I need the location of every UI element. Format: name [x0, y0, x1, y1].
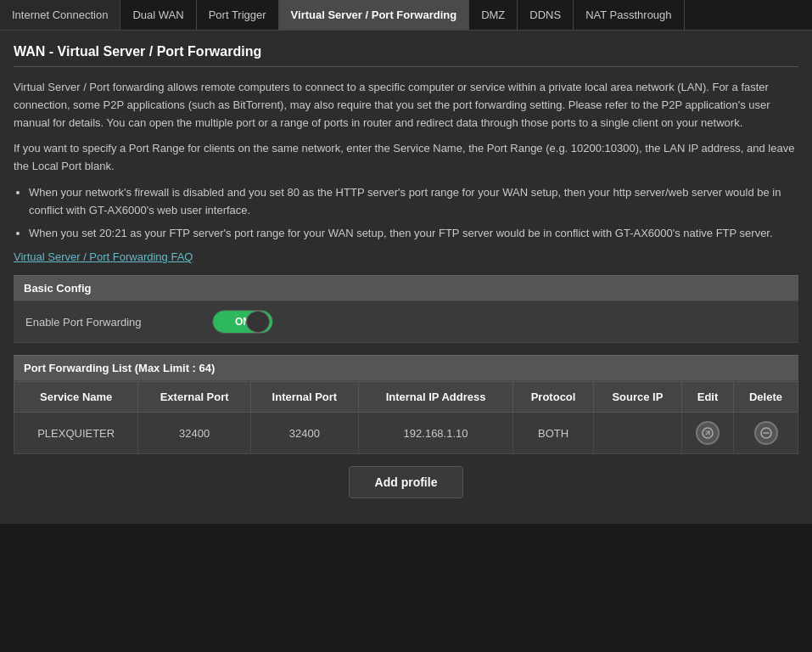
- edit-button[interactable]: [696, 421, 720, 445]
- bullet-item-1: When your network's firewall is disabled…: [29, 184, 798, 220]
- port-forwarding-table: Service Name External Port Internal Port…: [14, 381, 798, 454]
- tab-dual-wan[interactable]: Dual WAN: [120, 0, 196, 30]
- enable-port-forwarding-label: Enable Port Forwarding: [25, 316, 212, 329]
- col-service-name: Service Name: [14, 382, 138, 413]
- col-internal-port: Internal Port: [251, 382, 359, 413]
- faq-link[interactable]: Virtual Server / Port Forwarding FAQ: [14, 250, 193, 263]
- add-profile-container: Add profile: [14, 454, 798, 510]
- add-profile-button[interactable]: Add profile: [349, 466, 464, 498]
- cell-service-name: PLEXQUIETER: [14, 413, 138, 454]
- port-forwarding-list-header: Port Forwarding List (Max Limit : 64): [14, 355, 798, 381]
- col-source-ip: Source IP: [593, 382, 681, 413]
- description-text-1: Virtual Server / Port forwarding allows …: [14, 79, 798, 132]
- tab-port-trigger[interactable]: Port Trigger: [197, 0, 279, 30]
- tab-dmz[interactable]: DMZ: [469, 0, 518, 30]
- col-edit: Edit: [682, 382, 734, 413]
- main-content: WAN - Virtual Server / Port Forwarding V…: [0, 31, 812, 524]
- table-row: PLEXQUIETER 32400 32400 192.168.1.10 BOT…: [14, 413, 798, 454]
- page-title: WAN - Virtual Server / Port Forwarding: [14, 44, 798, 67]
- bullet-item-2: When you set 20:21 as your FTP server's …: [29, 225, 798, 243]
- col-external-port: External Port: [138, 382, 251, 413]
- tab-internet-connection[interactable]: Internet Connection: [0, 0, 120, 30]
- cell-internal-ip: 192.168.1.10: [358, 413, 513, 454]
- port-forwarding-list-section: Port Forwarding List (Max Limit : 64) Se…: [14, 355, 798, 454]
- cell-internal-port: 32400: [251, 413, 359, 454]
- col-delete: Delete: [734, 382, 798, 413]
- delete-button[interactable]: [754, 421, 778, 445]
- col-internal-ip: Internal IP Address: [358, 382, 513, 413]
- cell-protocol: BOTH: [513, 413, 593, 454]
- col-protocol: Protocol: [513, 382, 593, 413]
- tab-nat-passthrough[interactable]: NAT Passthrough: [574, 0, 684, 30]
- cell-edit: [682, 413, 734, 454]
- cell-delete: [734, 413, 798, 454]
- bullet-list: When your network's firewall is disabled…: [29, 184, 798, 242]
- enable-port-forwarding-toggle[interactable]: ON: [212, 310, 273, 334]
- cell-source-ip: [593, 413, 681, 454]
- tab-ddns[interactable]: DDNS: [518, 0, 574, 30]
- description-text-2: If you want to specify a Port Range for …: [14, 140, 798, 176]
- basic-config-header: Basic Config: [14, 275, 798, 301]
- enable-port-forwarding-row: Enable Port Forwarding ON: [14, 301, 798, 343]
- cell-external-port: 32400: [138, 413, 251, 454]
- top-nav: Internet Connection Dual WAN Port Trigge…: [0, 0, 812, 31]
- toggle-container: ON: [212, 310, 273, 334]
- tab-virtual-server[interactable]: Virtual Server / Port Forwarding: [279, 0, 470, 30]
- table-header-row: Service Name External Port Internal Port…: [14, 382, 798, 413]
